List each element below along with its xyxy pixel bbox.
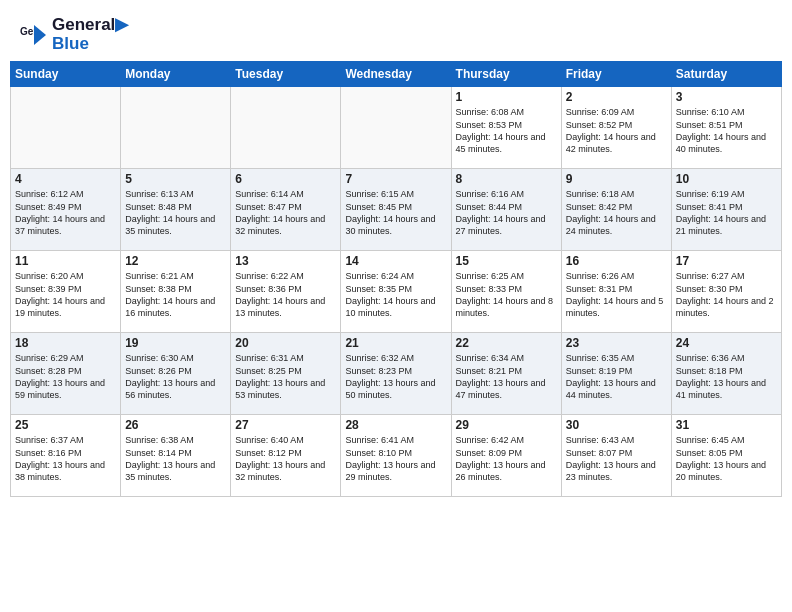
cell-content: Sunrise: 6:21 AM Sunset: 8:38 PM Dayligh… <box>125 270 226 319</box>
calendar-header-row: SundayMondayTuesdayWednesdayThursdayFrid… <box>11 62 782 87</box>
calendar-cell: 17Sunrise: 6:27 AM Sunset: 8:30 PM Dayli… <box>671 251 781 333</box>
cell-content: Sunrise: 6:41 AM Sunset: 8:10 PM Dayligh… <box>345 434 446 483</box>
calendar-cell: 24Sunrise: 6:36 AM Sunset: 8:18 PM Dayli… <box>671 333 781 415</box>
day-number: 10 <box>676 172 777 186</box>
calendar-cell: 2Sunrise: 6:09 AM Sunset: 8:52 PM Daylig… <box>561 87 671 169</box>
weekday-header: Friday <box>561 62 671 87</box>
day-number: 22 <box>456 336 557 350</box>
day-number: 13 <box>235 254 336 268</box>
cell-content: Sunrise: 6:37 AM Sunset: 8:16 PM Dayligh… <box>15 434 116 483</box>
calendar-cell: 27Sunrise: 6:40 AM Sunset: 8:12 PM Dayli… <box>231 415 341 497</box>
cell-content: Sunrise: 6:36 AM Sunset: 8:18 PM Dayligh… <box>676 352 777 401</box>
calendar-cell: 13Sunrise: 6:22 AM Sunset: 8:36 PM Dayli… <box>231 251 341 333</box>
calendar-cell: 15Sunrise: 6:25 AM Sunset: 8:33 PM Dayli… <box>451 251 561 333</box>
calendar-cell: 10Sunrise: 6:19 AM Sunset: 8:41 PM Dayli… <box>671 169 781 251</box>
day-number: 30 <box>566 418 667 432</box>
day-number: 2 <box>566 90 667 104</box>
cell-content: Sunrise: 6:25 AM Sunset: 8:33 PM Dayligh… <box>456 270 557 319</box>
calendar-cell: 6Sunrise: 6:14 AM Sunset: 8:47 PM Daylig… <box>231 169 341 251</box>
cell-content: Sunrise: 6:43 AM Sunset: 8:07 PM Dayligh… <box>566 434 667 483</box>
cell-content: Sunrise: 6:32 AM Sunset: 8:23 PM Dayligh… <box>345 352 446 401</box>
calendar-cell: 25Sunrise: 6:37 AM Sunset: 8:16 PM Dayli… <box>11 415 121 497</box>
cell-content: Sunrise: 6:29 AM Sunset: 8:28 PM Dayligh… <box>15 352 116 401</box>
day-number: 5 <box>125 172 226 186</box>
calendar-week-row: 11Sunrise: 6:20 AM Sunset: 8:39 PM Dayli… <box>11 251 782 333</box>
calendar-cell <box>341 87 451 169</box>
day-number: 24 <box>676 336 777 350</box>
page-header: Gen General▶ Blue <box>0 0 792 61</box>
cell-content: Sunrise: 6:31 AM Sunset: 8:25 PM Dayligh… <box>235 352 336 401</box>
calendar-table: SundayMondayTuesdayWednesdayThursdayFrid… <box>10 61 782 497</box>
day-number: 6 <box>235 172 336 186</box>
cell-content: Sunrise: 6:26 AM Sunset: 8:31 PM Dayligh… <box>566 270 667 319</box>
day-number: 16 <box>566 254 667 268</box>
day-number: 8 <box>456 172 557 186</box>
day-number: 4 <box>15 172 116 186</box>
cell-content: Sunrise: 6:18 AM Sunset: 8:42 PM Dayligh… <box>566 188 667 237</box>
calendar-cell: 12Sunrise: 6:21 AM Sunset: 8:38 PM Dayli… <box>121 251 231 333</box>
weekday-header: Saturday <box>671 62 781 87</box>
day-number: 17 <box>676 254 777 268</box>
day-number: 9 <box>566 172 667 186</box>
cell-content: Sunrise: 6:20 AM Sunset: 8:39 PM Dayligh… <box>15 270 116 319</box>
cell-content: Sunrise: 6:10 AM Sunset: 8:51 PM Dayligh… <box>676 106 777 155</box>
calendar-cell <box>121 87 231 169</box>
calendar-cell: 5Sunrise: 6:13 AM Sunset: 8:48 PM Daylig… <box>121 169 231 251</box>
day-number: 28 <box>345 418 446 432</box>
cell-content: Sunrise: 6:38 AM Sunset: 8:14 PM Dayligh… <box>125 434 226 483</box>
cell-content: Sunrise: 6:14 AM Sunset: 8:47 PM Dayligh… <box>235 188 336 237</box>
day-number: 21 <box>345 336 446 350</box>
calendar-week-row: 4Sunrise: 6:12 AM Sunset: 8:49 PM Daylig… <box>11 169 782 251</box>
logo: Gen General▶ Blue <box>20 16 128 53</box>
weekday-header: Wednesday <box>341 62 451 87</box>
cell-content: Sunrise: 6:22 AM Sunset: 8:36 PM Dayligh… <box>235 270 336 319</box>
day-number: 23 <box>566 336 667 350</box>
calendar-cell: 18Sunrise: 6:29 AM Sunset: 8:28 PM Dayli… <box>11 333 121 415</box>
cell-content: Sunrise: 6:34 AM Sunset: 8:21 PM Dayligh… <box>456 352 557 401</box>
calendar-cell: 16Sunrise: 6:26 AM Sunset: 8:31 PM Dayli… <box>561 251 671 333</box>
day-number: 29 <box>456 418 557 432</box>
cell-content: Sunrise: 6:15 AM Sunset: 8:45 PM Dayligh… <box>345 188 446 237</box>
cell-content: Sunrise: 6:42 AM Sunset: 8:09 PM Dayligh… <box>456 434 557 483</box>
calendar-week-row: 18Sunrise: 6:29 AM Sunset: 8:28 PM Dayli… <box>11 333 782 415</box>
cell-content: Sunrise: 6:16 AM Sunset: 8:44 PM Dayligh… <box>456 188 557 237</box>
calendar-week-row: 1Sunrise: 6:08 AM Sunset: 8:53 PM Daylig… <box>11 87 782 169</box>
calendar-cell: 11Sunrise: 6:20 AM Sunset: 8:39 PM Dayli… <box>11 251 121 333</box>
calendar-cell <box>231 87 341 169</box>
day-number: 31 <box>676 418 777 432</box>
day-number: 20 <box>235 336 336 350</box>
day-number: 14 <box>345 254 446 268</box>
calendar-cell: 9Sunrise: 6:18 AM Sunset: 8:42 PM Daylig… <box>561 169 671 251</box>
weekday-header: Monday <box>121 62 231 87</box>
calendar-cell: 19Sunrise: 6:30 AM Sunset: 8:26 PM Dayli… <box>121 333 231 415</box>
cell-content: Sunrise: 6:35 AM Sunset: 8:19 PM Dayligh… <box>566 352 667 401</box>
cell-content: Sunrise: 6:30 AM Sunset: 8:26 PM Dayligh… <box>125 352 226 401</box>
calendar-cell: 4Sunrise: 6:12 AM Sunset: 8:49 PM Daylig… <box>11 169 121 251</box>
svg-marker-1 <box>34 25 46 45</box>
calendar-cell: 7Sunrise: 6:15 AM Sunset: 8:45 PM Daylig… <box>341 169 451 251</box>
day-number: 11 <box>15 254 116 268</box>
cell-content: Sunrise: 6:45 AM Sunset: 8:05 PM Dayligh… <box>676 434 777 483</box>
calendar-cell: 21Sunrise: 6:32 AM Sunset: 8:23 PM Dayli… <box>341 333 451 415</box>
calendar-cell: 14Sunrise: 6:24 AM Sunset: 8:35 PM Dayli… <box>341 251 451 333</box>
cell-content: Sunrise: 6:08 AM Sunset: 8:53 PM Dayligh… <box>456 106 557 155</box>
cell-content: Sunrise: 6:24 AM Sunset: 8:35 PM Dayligh… <box>345 270 446 319</box>
calendar-cell: 26Sunrise: 6:38 AM Sunset: 8:14 PM Dayli… <box>121 415 231 497</box>
cell-content: Sunrise: 6:40 AM Sunset: 8:12 PM Dayligh… <box>235 434 336 483</box>
day-number: 27 <box>235 418 336 432</box>
weekday-header: Sunday <box>11 62 121 87</box>
cell-content: Sunrise: 6:12 AM Sunset: 8:49 PM Dayligh… <box>15 188 116 237</box>
day-number: 25 <box>15 418 116 432</box>
calendar-cell: 20Sunrise: 6:31 AM Sunset: 8:25 PM Dayli… <box>231 333 341 415</box>
calendar-cell: 3Sunrise: 6:10 AM Sunset: 8:51 PM Daylig… <box>671 87 781 169</box>
logo-icon: Gen <box>20 21 48 49</box>
day-number: 12 <box>125 254 226 268</box>
calendar-cell <box>11 87 121 169</box>
day-number: 26 <box>125 418 226 432</box>
cell-content: Sunrise: 6:09 AM Sunset: 8:52 PM Dayligh… <box>566 106 667 155</box>
calendar-cell: 22Sunrise: 6:34 AM Sunset: 8:21 PM Dayli… <box>451 333 561 415</box>
calendar-cell: 28Sunrise: 6:41 AM Sunset: 8:10 PM Dayli… <box>341 415 451 497</box>
day-number: 18 <box>15 336 116 350</box>
cell-content: Sunrise: 6:13 AM Sunset: 8:48 PM Dayligh… <box>125 188 226 237</box>
logo-text: General▶ Blue <box>52 16 128 53</box>
